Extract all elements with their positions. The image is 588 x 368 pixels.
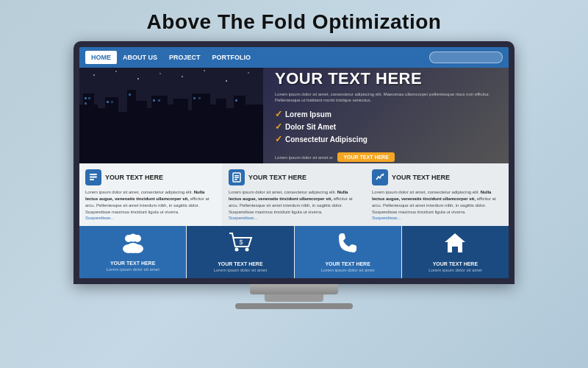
svg-point-8: [248, 72, 249, 74]
nav-item-project[interactable]: PROJECT: [163, 51, 207, 64]
svg-rect-36: [198, 97, 201, 99]
icon-card-sublabel-3: Lorem ipsum dolor sit amet: [321, 268, 374, 272]
icon-card-sublabel-2: Lorem ipsum dolor sit amet: [214, 268, 267, 272]
feature-icon-1: [85, 169, 101, 185]
feature-title-2: YOUR TEXT HERE: [248, 174, 306, 181]
monitor-foot: [235, 303, 353, 309]
svg-point-7: [226, 80, 227, 82]
svg-rect-30: [107, 101, 109, 103]
icon-card-1[interactable]: YOUR TEXT HERE Lorem ipsum dolor sit ame…: [79, 226, 186, 278]
feature-title-1: YOUR TEXT HERE: [105, 174, 163, 181]
svg-point-1: [93, 74, 95, 76]
feature-link-1[interactable]: Suspendisse...: [85, 216, 216, 220]
hero-city-graphic: [79, 68, 263, 163]
hero-list: ✓ Lorem Ipsum ✓ Dolor Sit Amet ✓ Consect…: [275, 109, 497, 146]
feature-title-3: YOUR TEXT HERE: [392, 174, 450, 181]
svg-point-49: [129, 234, 137, 242]
page-title: Above The Fold Optimization: [147, 10, 442, 34]
svg-point-54: [245, 248, 248, 252]
icon-card-sublabel-4: Lorem ipsum dolor sit amet: [429, 268, 481, 272]
feature-header-3: YOUR TEXT HERE: [372, 169, 503, 185]
checkmark-icon: ✓: [275, 121, 282, 132]
svg-marker-56: [445, 233, 465, 252]
home-icon: [443, 232, 467, 258]
svg-point-5: [182, 76, 183, 77]
monitor-stand: [265, 294, 323, 302]
svg-text:$: $: [239, 238, 243, 246]
svg-rect-43: [234, 175, 239, 177]
icon-card-3[interactable]: YOUR TEXT HERE Lorem ipsum dolor sit ame…: [295, 226, 401, 278]
feature-text-2: Lorem ipsum dolor sit amet, consectetur …: [229, 189, 359, 216]
hero-list-item-3: ✓ Consectetur Adipiscing: [275, 134, 497, 144]
nav-bar: HOME ABOUT US PROJECT PORTFOLIO: [79, 47, 509, 68]
icon-card-label-3: YOUR TEXT HERE: [325, 261, 370, 266]
svg-point-4: [159, 73, 161, 74]
feature-link-2[interactable]: Suspendisse...: [229, 216, 359, 220]
feature-col-2: YOUR TEXT HERE Lorem ipsum dolor sit ame…: [223, 163, 365, 226]
svg-rect-35: [193, 97, 196, 99]
feature-link-3[interactable]: Suspendisse...: [372, 216, 503, 220]
nav-item-home[interactable]: HOME: [85, 51, 117, 64]
svg-rect-33: [153, 99, 155, 102]
icon-card-label-1: YOUR TEXT HERE: [110, 261, 155, 266]
svg-rect-31: [111, 101, 113, 103]
svg-rect-34: [158, 99, 160, 102]
icon-card-label-4: YOUR TEXT HERE: [433, 261, 478, 266]
nav-item-portfolio[interactable]: PORTFOLIO: [207, 51, 257, 64]
feature-icon-3: [372, 169, 388, 185]
hero-content: YOUR TEXT HERE Lorem ipsum dolor sit ame…: [263, 68, 509, 163]
hero-cta-button[interactable]: YOUR TEXT HERE: [337, 152, 394, 162]
feature-header-1: YOUR TEXT HERE: [85, 169, 216, 185]
icon-cards-row: YOUR TEXT HERE Lorem ipsum dolor sit ame…: [79, 226, 509, 278]
hero-subtitle: Lorem ipsum dolor sit amet, consectetur …: [275, 91, 497, 104]
svg-point-2: [115, 71, 117, 72]
svg-point-6: [204, 70, 205, 71]
svg-rect-27: [85, 97, 87, 99]
feature-text-3: Lorem ipsum dolor sit amet, consectetur …: [372, 189, 503, 216]
svg-rect-37: [235, 99, 237, 102]
features-row: YOUR TEXT HERE Lorem ipsum dolor sit ame…: [79, 163, 509, 226]
svg-rect-39: [90, 174, 97, 175]
icon-card-2[interactable]: $ YOUR TEXT HERE Lorem ipsum dolor sit a…: [187, 226, 293, 278]
feature-col-1: YOUR TEXT HERE Lorem ipsum dolor sit ame…: [79, 163, 222, 226]
svg-rect-38: [79, 152, 263, 163]
icon-card-sublabel-1: Lorem ipsum dolor sit amet: [106, 267, 159, 272]
svg-rect-44: [234, 177, 239, 179]
svg-rect-41: [90, 179, 94, 180]
people-icon: [120, 233, 146, 258]
svg-rect-40: [90, 177, 97, 178]
phone-icon: [337, 232, 358, 258]
feature-col-3: YOUR TEXT HERE Lorem ipsum dolor sit ame…: [366, 163, 509, 226]
svg-rect-32: [129, 93, 131, 96]
monitor-screen: HOME ABOUT US PROJECT PORTFOLIO: [74, 41, 514, 284]
svg-rect-28: [88, 97, 90, 99]
nav-item-about[interactable]: ABOUT US: [117, 51, 163, 64]
checkmark-icon: ✓: [275, 134, 282, 144]
feature-icon-2: [229, 169, 245, 185]
svg-point-53: [234, 248, 238, 252]
search-input[interactable]: [429, 52, 503, 63]
svg-point-3: [137, 78, 139, 79]
svg-rect-45: [234, 179, 237, 180]
hero-cta-row: Lorem ipsum dolor sit amet or YOUR TEXT …: [275, 152, 497, 162]
hero-list-item-2: ✓ Dolor Sit Amet: [275, 121, 497, 132]
hero-cta-text: Lorem ipsum dolor sit amet or: [275, 155, 333, 160]
hero-title: YOUR TEXT HERE: [275, 69, 497, 88]
icon-card-4[interactable]: YOUR TEXT HERE Lorem ipsum dolor sit ame…: [402, 226, 509, 278]
hero-list-item-1: ✓ Lorem Ipsum: [275, 109, 497, 119]
hero-section: YOUR TEXT HERE Lorem ipsum dolor sit ame…: [79, 68, 509, 163]
cart-icon: $: [228, 232, 253, 258]
icon-card-label-2: YOUR TEXT HERE: [218, 261, 262, 266]
monitor-base: [250, 284, 338, 294]
checkmark-icon: ✓: [275, 109, 282, 119]
svg-point-52: [126, 243, 140, 253]
svg-rect-29: [85, 102, 87, 105]
monitor-wrapper: HOME ABOUT US PROJECT PORTFOLIO: [66, 41, 522, 309]
feature-text-1: Lorem ipsum dolor sit amet, consectetur …: [85, 189, 216, 216]
feature-header-2: YOUR TEXT HERE: [229, 169, 359, 185]
